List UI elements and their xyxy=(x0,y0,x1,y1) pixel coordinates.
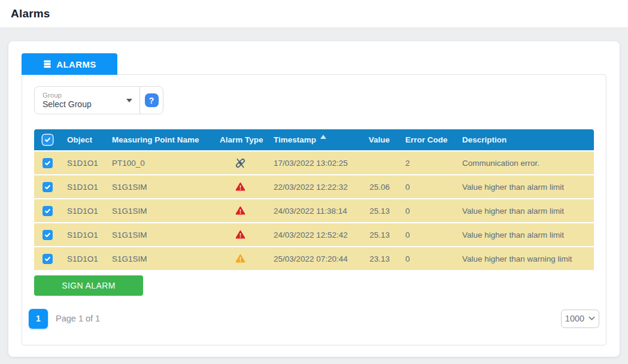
cell-error-code: 2 xyxy=(397,151,453,174)
group-selected-value: Select Group xyxy=(43,99,123,109)
table-row: S1D1O1 PT100_0 17/03/2022 13:02:25 2 Com… xyxy=(34,151,594,174)
column-header-alarm-type[interactable]: Alarm Type xyxy=(213,129,267,150)
row-checkbox[interactable] xyxy=(43,182,53,192)
cell-value: 25.13 xyxy=(364,199,397,222)
dropdown-arrow-icon xyxy=(126,99,132,102)
sign-alarm-button[interactable]: SIGN ALARM xyxy=(34,275,143,296)
group-select[interactable]: Group Select Group xyxy=(35,87,139,114)
row-checkbox[interactable] xyxy=(43,158,53,168)
cell-description: Value higher than alarm limit xyxy=(453,175,594,198)
cell-description: Value higher than alarm limit xyxy=(453,199,594,222)
page-size-select[interactable]: 1000 xyxy=(561,310,599,328)
cell-measuring-point-name: S1G1SIM xyxy=(105,175,213,198)
cell-value: 25.06 xyxy=(364,175,397,198)
tab-alarms-label: ALARMS xyxy=(56,59,96,69)
alarms-table: Object Measuring Point Name Alarm Type T… xyxy=(34,129,594,270)
column-header-object[interactable]: Object xyxy=(60,129,105,150)
table-row: S1D1O1 S1G1SIM 22/03/2022 12:22:32 25.06… xyxy=(34,175,594,198)
cell-error-code: 0 xyxy=(397,199,453,222)
cell-description: Value higher than warning limit xyxy=(453,247,594,270)
orange-warning-icon xyxy=(213,247,267,270)
topbar: Alarms xyxy=(0,0,628,28)
alarms-card: ALARMS Group Select Group ? Object Measu… xyxy=(8,41,620,357)
table-row: S1D1O1 S1G1SIM 24/03/2022 11:38:14 25.13… xyxy=(34,199,594,222)
tab-alarms[interactable]: ALARMS xyxy=(22,53,117,75)
page-info: Page 1 of 1 xyxy=(56,314,100,323)
table-row: S1D1O1 S1G1SIM 25/03/2022 07:20:44 23.13… xyxy=(34,247,594,270)
cell-error-code: 0 xyxy=(397,223,453,246)
cell-object: S1D1O1 xyxy=(60,223,105,246)
row-checkbox[interactable] xyxy=(43,230,53,240)
cell-value: 23.13 xyxy=(364,247,397,270)
group-label: Group xyxy=(43,92,123,99)
cell-object: S1D1O1 xyxy=(60,175,105,198)
row-checkbox[interactable] xyxy=(43,206,53,216)
column-header-description[interactable]: Description xyxy=(453,129,594,150)
cell-error-code: 0 xyxy=(397,247,453,270)
cell-value: 25.13 xyxy=(364,223,397,246)
cell-description: Value higher than alarm limit xyxy=(453,223,594,246)
cell-object: S1D1O1 xyxy=(60,247,105,270)
table-body: S1D1O1 PT100_0 17/03/2022 13:02:25 2 Com… xyxy=(34,151,594,270)
alarms-tab-panel: Group Select Group ? Object Measuring Po… xyxy=(22,74,606,345)
row-checkbox[interactable] xyxy=(43,254,53,264)
page-size-value: 1000 xyxy=(565,314,584,323)
question-mark-icon: ? xyxy=(145,93,159,107)
pagination: 1 Page 1 of 1 1000 xyxy=(29,308,599,329)
column-header-measuring-point-name[interactable]: Measuring Point Name xyxy=(105,129,213,150)
cell-object: S1D1O1 xyxy=(60,199,105,222)
cell-timestamp: 17/03/2022 13:02:25 xyxy=(267,151,364,174)
cell-timestamp: 25/03/2022 07:20:44 xyxy=(267,247,364,270)
red-alarm-icon xyxy=(213,175,267,198)
page-1-button[interactable]: 1 xyxy=(29,309,48,329)
cell-timestamp: 24/03/2022 12:52:42 xyxy=(267,223,364,246)
cell-error-code: 0 xyxy=(397,175,453,198)
cell-value xyxy=(364,151,397,174)
cell-measuring-point-name: S1G1SIM xyxy=(105,199,213,222)
sort-ascending-icon xyxy=(320,135,326,139)
red-alarm-icon xyxy=(213,223,267,246)
page-title: Alarms xyxy=(11,7,50,20)
cell-timestamp: 22/03/2022 12:22:32 xyxy=(267,175,364,198)
cell-timestamp: 24/03/2022 11:38:14 xyxy=(267,199,364,222)
cell-measuring-point-name: S1G1SIM xyxy=(105,223,213,246)
column-header-timestamp[interactable]: Timestamp xyxy=(267,129,364,150)
chevron-down-icon xyxy=(588,316,595,321)
column-header-error-code[interactable]: Error Code xyxy=(397,129,453,150)
column-header-value[interactable]: Value xyxy=(364,129,397,150)
cell-measuring-point-name: S1G1SIM xyxy=(105,247,213,270)
table-row: S1D1O1 S1G1SIM 24/03/2022 12:52:42 25.13… xyxy=(34,223,594,246)
select-all-checkbox[interactable] xyxy=(43,135,53,145)
group-select-container: Group Select Group ? xyxy=(34,86,163,114)
database-icon xyxy=(43,59,52,69)
broken-link-icon xyxy=(213,151,267,174)
cell-description: Communication error. xyxy=(453,151,594,174)
cell-measuring-point-name: PT100_0 xyxy=(105,151,213,174)
red-alarm-icon xyxy=(213,199,267,222)
help-button[interactable]: ? xyxy=(139,87,163,114)
cell-object: S1D1O1 xyxy=(60,151,105,174)
table-header-row: Object Measuring Point Name Alarm Type T… xyxy=(34,129,594,150)
